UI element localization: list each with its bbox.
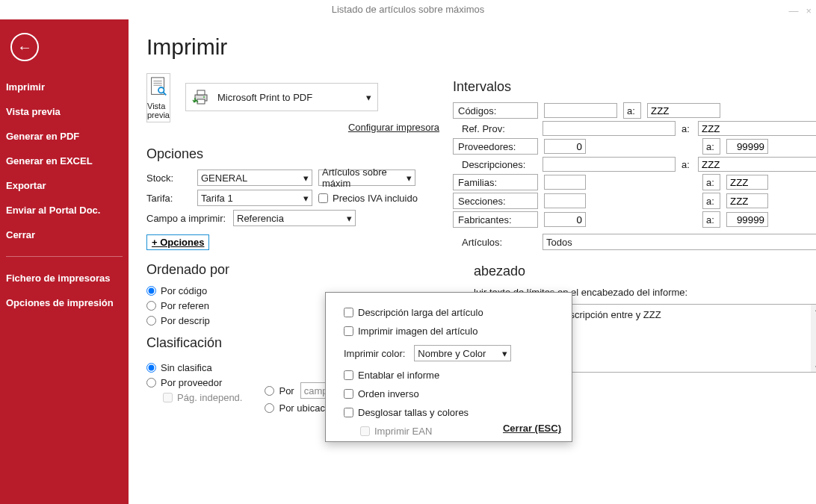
sidebar-item-generar-excel[interactable]: Generar en EXCEL bbox=[0, 149, 129, 173]
chevron-down-icon: ▾ bbox=[407, 172, 412, 184]
orden-descripcion-radio[interactable]: Por descrip bbox=[146, 315, 210, 326]
precios-iva-checkbox[interactable]: Precios IVA incluido bbox=[318, 193, 418, 204]
codigos-from-input[interactable] bbox=[544, 103, 617, 118]
back-arrow-icon: ← bbox=[17, 39, 32, 56]
codigos-to-input[interactable] bbox=[647, 103, 720, 118]
preview-button[interactable]: Vista previa bbox=[146, 73, 170, 122]
refprov-from-input[interactable] bbox=[543, 121, 676, 136]
tarifa-label: Tarifa: bbox=[146, 193, 191, 204]
chevron-down-icon: ▾ bbox=[502, 348, 507, 359]
chevron-down-icon: ▾ bbox=[303, 193, 309, 204]
stock-filter-select[interactable]: Artículos sobre máxim▾ bbox=[318, 169, 415, 186]
scrollbar[interactable]: ▲ ▼ bbox=[811, 305, 816, 372]
secciones-from-input[interactable] bbox=[544, 193, 586, 208]
sidebar-item-cerrar[interactable]: Cerrar bbox=[0, 223, 129, 247]
codigos-group[interactable]: Códigos: bbox=[453, 102, 538, 119]
minimize-icon[interactable]: — bbox=[788, 1, 798, 21]
stock-select[interactable]: GENERAL▾ bbox=[197, 169, 312, 186]
sidebar-item-generar-pdf[interactable]: Generar en PDF bbox=[0, 124, 129, 149]
sidebar-item-exportar[interactable]: Exportar bbox=[0, 173, 129, 198]
a-label: a: bbox=[706, 141, 717, 152]
chevron-down-icon: ▾ bbox=[347, 213, 352, 224]
encabezado-heading-partial: abezado bbox=[474, 264, 816, 279]
pag-independiente-checkbox[interactable]: Pág. independ. bbox=[163, 392, 242, 403]
sidebar-item-vista-previa[interactable]: Vista previa bbox=[0, 99, 129, 124]
desc-larga-checkbox[interactable]: Descripción larga del artículo bbox=[344, 307, 483, 318]
sidebar-item-enviar-portal[interactable]: Enviar al Portal Doc. bbox=[0, 198, 129, 223]
clasif-sin-radio[interactable]: Sin clasifica bbox=[146, 362, 212, 373]
clasif-por-campo-radio[interactable]: Por bbox=[265, 385, 294, 396]
preview-label: Vista previa bbox=[147, 102, 170, 119]
document-preview-icon bbox=[147, 76, 170, 99]
orden-codigo-radio[interactable]: Por código bbox=[146, 285, 207, 296]
sidebar-item-opciones-impresion[interactable]: Opciones de impresión bbox=[0, 290, 129, 315]
descripciones-label: Descripciones: bbox=[462, 159, 537, 170]
configure-printer-link[interactable]: Configurar impresora bbox=[185, 122, 439, 133]
sidebar-item-fichero-impresoras[interactable]: Fichero de impresoras bbox=[0, 266, 129, 290]
fabricantes-from-input[interactable] bbox=[544, 212, 586, 227]
tarifa-select[interactable]: Tarifa 1▾ bbox=[197, 190, 312, 206]
familias-to-input[interactable] bbox=[726, 175, 768, 190]
fabricantes-to-input[interactable] bbox=[726, 212, 768, 227]
chevron-down-icon: ▾ bbox=[366, 92, 371, 103]
orden-inverso-checkbox[interactable]: Orden inverso bbox=[344, 388, 419, 399]
svg-rect-8 bbox=[197, 99, 205, 104]
proveedores-from-input[interactable] bbox=[544, 139, 586, 154]
a-label: a: bbox=[706, 177, 717, 188]
chevron-down-icon: ▾ bbox=[303, 172, 309, 184]
printer-icon bbox=[192, 89, 210, 105]
window-title: Listado de artículos sobre máximos bbox=[332, 4, 484, 15]
familias-from-input[interactable] bbox=[544, 175, 586, 190]
desglosar-tallas-checkbox[interactable]: Desglosar tallas y colores bbox=[344, 407, 469, 418]
secciones-to-input[interactable] bbox=[726, 193, 768, 208]
a-label: a: bbox=[681, 159, 692, 170]
sidebar-separator bbox=[6, 256, 123, 257]
refprov-to-input[interactable] bbox=[698, 121, 816, 136]
campo-imprimir-label: Campo a imprimir: bbox=[146, 213, 227, 224]
clasif-proveedor-radio[interactable]: Por proveedor bbox=[146, 377, 222, 388]
proveedores-to-input[interactable] bbox=[726, 139, 768, 154]
secciones-group[interactable]: Secciones: bbox=[453, 193, 538, 209]
descripciones-from-input[interactable] bbox=[543, 157, 676, 172]
ordenado-heading: Ordenado por bbox=[146, 262, 423, 278]
articulos-label: Artículos: bbox=[462, 237, 537, 248]
sidebar: ← Imprimir Vista previa Generar en PDF G… bbox=[0, 19, 129, 504]
a-label: a: bbox=[706, 214, 717, 225]
page-title: Imprimir bbox=[146, 34, 798, 60]
a-label: a: bbox=[706, 196, 717, 207]
svg-rect-0 bbox=[152, 78, 164, 95]
campo-imprimir-select[interactable]: Referencia▾ bbox=[233, 210, 356, 226]
printer-selector[interactable]: Microsoft Print to PDF ▾ bbox=[185, 83, 378, 111]
fabricantes-group[interactable]: Fabricantes: bbox=[453, 211, 538, 228]
imprimir-imagen-checkbox[interactable]: Imprimir imagen del artículo bbox=[344, 326, 477, 337]
articulos-select[interactable]: Todos▾ bbox=[543, 234, 816, 250]
orden-referencia-radio[interactable]: Por referen bbox=[146, 300, 209, 311]
proveedores-group[interactable]: Proveedores: bbox=[453, 138, 538, 155]
sidebar-item-imprimir[interactable]: Imprimir bbox=[0, 75, 129, 99]
main-panel: Imprimir Vista previa bbox=[129, 19, 816, 504]
familias-group[interactable]: Familias: bbox=[453, 174, 538, 190]
stock-label: Stock: bbox=[146, 172, 191, 184]
popup-close-link[interactable]: Cerrar (ESC) bbox=[503, 423, 561, 434]
imprimir-color-label: Imprimir color: bbox=[344, 348, 405, 359]
opciones-heading: Opciones bbox=[146, 146, 423, 162]
svg-point-9 bbox=[203, 96, 205, 98]
a-label: a: bbox=[681, 123, 692, 134]
refprov-label: Ref. Prov: bbox=[462, 123, 537, 134]
back-button[interactable]: ← bbox=[10, 33, 39, 61]
printer-name: Microsoft Print to PDF bbox=[217, 92, 312, 103]
imprimir-color-select[interactable]: Nombre y Color▾ bbox=[414, 345, 511, 361]
intervalos-heading: Intervalos bbox=[453, 79, 816, 95]
descripciones-to-input[interactable] bbox=[698, 157, 816, 172]
svg-rect-7 bbox=[197, 90, 205, 95]
a-label: a: bbox=[627, 105, 637, 116]
close-icon[interactable]: × bbox=[806, 1, 812, 21]
more-options-button[interactable]: + Opciones bbox=[146, 234, 209, 250]
options-popup: Descripción larga del artículo Imprimir … bbox=[325, 292, 572, 442]
codigos-label: Códigos: bbox=[458, 105, 533, 116]
entablar-checkbox[interactable]: Entablar el informe bbox=[344, 370, 439, 381]
imprimir-ean-checkbox[interactable]: Imprimir EAN bbox=[360, 426, 432, 437]
